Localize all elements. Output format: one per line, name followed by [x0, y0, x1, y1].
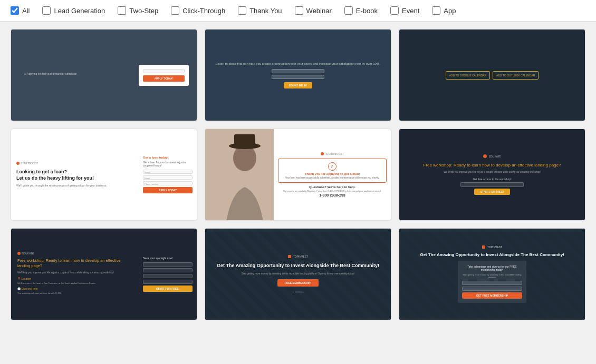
- workshop-title-rest-1: Ready to learn how to develop an effecti…: [454, 163, 561, 168]
- filter-app-label: App: [444, 7, 456, 15]
- filter-bar: All Lead Generation Two-Step Click-Throu…: [0, 0, 596, 22]
- edukate-logo-icon: [483, 154, 487, 158]
- workshop-title-highlight-1: Free workshop:: [424, 163, 453, 168]
- loan-phone-field: Phone number: [143, 181, 193, 185]
- card-apply-today[interactable]: ☑ Applying for first year or transfer ad…: [11, 29, 197, 121]
- filter-all-label: All: [22, 7, 30, 15]
- workshop-title-1: Free workshop: Ready to learn how to dev…: [424, 162, 561, 168]
- topinvest-form-desc: Start getting more money by investing in…: [462, 273, 522, 279]
- workshop-desc-2: We'll help you improve your life in just…: [17, 271, 132, 274]
- filter-all[interactable]: All: [11, 6, 30, 15]
- card-workshop-webinar[interactable]: EDUKATE Free workshop: Ready to learn ho…: [11, 228, 197, 320]
- filter-click-through[interactable]: Click-Through: [171, 6, 225, 15]
- topinvest-logo-icon-2: [482, 245, 485, 249]
- topinvest-title-1: Get The Amazing Opportunity to Invest Al…: [217, 262, 379, 269]
- topinvest-desc-1: Start getting more money by investing in…: [242, 272, 354, 275]
- webinar-form-label: Save your spot right now!: [143, 257, 193, 260]
- webinar-email-field[interactable]: [143, 274, 193, 278]
- thank-desc: Your form has been successfully submitte…: [282, 176, 383, 179]
- card-loan-thankyou[interactable]: STARTBOOST ✓ Thank you for applying to g…: [205, 129, 391, 221]
- edukate-brand-2: EDUKATE: [17, 252, 132, 255]
- loan-desc: We'll guide you through the whole proces…: [16, 184, 133, 188]
- webinar-firstname-field[interactable]: [143, 262, 193, 267]
- check-icon: ✓: [328, 162, 337, 171]
- workshop-title-2: Free workshop: Ready to learn how to dev…: [17, 258, 132, 269]
- location-label: 📍 Location: [17, 277, 132, 280]
- webinar-start-btn[interactable]: START FOR FREE!: [143, 286, 193, 292]
- filter-event-label: Event: [402, 7, 419, 15]
- topinvest-name-field[interactable]: [462, 281, 522, 285]
- filter-app[interactable]: App: [432, 6, 456, 15]
- availability-text: Our experts are available Monday - Frida…: [278, 190, 387, 192]
- card-workshop-right[interactable]: EDUKATE Free workshop: Ready to learn ho…: [399, 129, 585, 221]
- questions-title: Questions? We're here to help.: [278, 185, 387, 189]
- apply-today-cta: APPLY TODAY!: [143, 75, 185, 82]
- loan-email-field: Email: [143, 175, 193, 180]
- topinvest-form-title: Take advantage and sign-up for our FREE …: [462, 265, 522, 271]
- filter-ebook[interactable]: E-book: [344, 6, 378, 15]
- filter-lead-generation-label: Lead Generation: [54, 7, 105, 15]
- card-loan-leadgen[interactable]: STARTBOOST Looking to get a loan? Let us…: [11, 129, 197, 221]
- workshop-desc-1: We'll help you improve your life in just…: [444, 171, 540, 173]
- svg-rect-3: [234, 134, 255, 147]
- filter-two-step[interactable]: Two-Step: [118, 6, 158, 15]
- topinvest-email-field[interactable]: [462, 287, 522, 291]
- workshop-email-field-1[interactable]: [460, 182, 524, 187]
- webinar-phone-field[interactable]: [143, 280, 193, 284]
- count-me-in-cta: COUNT ME IN!: [284, 82, 313, 88]
- webinar-lastname-field[interactable]: [143, 268, 193, 272]
- loan-name-field: Name: [143, 170, 193, 174]
- loan-form-title: Get a loan today!: [143, 156, 193, 159]
- person-photo: [205, 129, 274, 220]
- get-access-label: Get free access to the workshop!: [473, 178, 511, 181]
- topinvest-get-btn[interactable]: GET FREE MEMBERSHIP: [462, 292, 522, 299]
- date-label: 🕐 Date and time: [17, 287, 132, 290]
- workshop-start-btn-1[interactable]: START FOR FREE!: [474, 189, 511, 195]
- location-detail: We'll see you in the heart of San Franci…: [17, 282, 132, 284]
- loan-headline: Looking to get a loan? Let us do the hea…: [16, 169, 133, 181]
- startboost-brand-left: STARTBOOST: [16, 162, 133, 165]
- filter-lead-generation[interactable]: Lead Generation: [42, 6, 105, 15]
- startboost-brand-thankyou: STARTBOOST: [278, 152, 387, 155]
- filter-thank-you-label: Thank You: [249, 7, 282, 15]
- phone-number: 1-800 2938-293: [278, 193, 387, 197]
- filter-event[interactable]: Event: [390, 6, 419, 15]
- card-grid: ☑ Applying for first year or transfer ad…: [0, 22, 596, 328]
- topinvest-brand-2: TOPINVEST: [482, 245, 502, 249]
- filter-webinar[interactable]: Webinar: [295, 6, 332, 15]
- loan-form-desc: Get a loan for your business in just a c…: [143, 161, 193, 167]
- card-count-me-in[interactable]: Listen to ideas that can help you create…: [205, 29, 391, 121]
- brand-dot-ty: [321, 152, 324, 155]
- filter-two-step-label: Two-Step: [129, 7, 158, 15]
- topinvest-logo-icon-1: [288, 255, 291, 258]
- topinvest-free-btn-1[interactable]: FREE MEMBERSHIP!: [277, 279, 319, 287]
- thank-title: Thank you for applying to get a loan!: [282, 172, 383, 175]
- topinvest-brand-1: TOPINVEST: [288, 255, 308, 258]
- count-me-in-subtitle: Listen to ideas that can help you create…: [216, 62, 380, 66]
- edukate-brand-1: EDUKATE: [483, 154, 501, 158]
- workshop-highlight-2: Free workshop:: [17, 258, 45, 263]
- filter-ebook-label: E-book: [356, 7, 378, 15]
- edukate-logo-icon-2: [17, 252, 21, 255]
- add-google-calendar-btn: ADD TO GOOGLE CALENDAR: [446, 71, 490, 80]
- card-topinvest-center[interactable]: TOPINVEST Get The Amazing Opportunity to…: [205, 228, 391, 320]
- loan-apply-btn: APPLY TODAY: [143, 187, 193, 193]
- filter-thank-you[interactable]: Thank You: [238, 6, 282, 15]
- date-detail: The workshop will start on June 1st at 5…: [17, 292, 132, 294]
- topinvest-form-box: Take advantage and sign-up for our FREE …: [458, 261, 526, 303]
- scroll-indicator: ⬇SCROLL: [292, 291, 304, 293]
- card-topinvest-form[interactable]: TOPINVEST Get The Amazing Opportunity to…: [399, 228, 585, 320]
- filter-click-through-label: Click-Through: [182, 7, 225, 15]
- topinvest-title-2: Get The Amazing Opportunity to Invest Al…: [420, 252, 564, 258]
- brand-dot: [16, 162, 20, 165]
- filter-webinar-label: Webinar: [306, 7, 332, 15]
- card-calendar[interactable]: ADD TO GOOGLE CALENDAR ADD TO OUTLOOK CA…: [399, 29, 585, 121]
- add-outlook-calendar-btn: ADD TO OUTLOOK CALENDAR: [493, 71, 539, 80]
- thankyou-box: ✓ Thank you for applying to get a loan! …: [278, 159, 387, 183]
